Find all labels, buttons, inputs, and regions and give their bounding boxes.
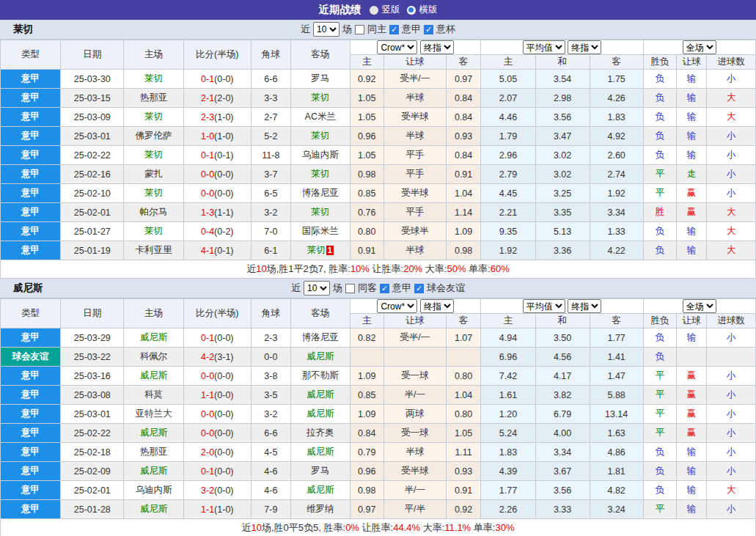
avg-stage-select[interactable]: 终指: [568, 40, 601, 54]
full-score: 4-2: [201, 352, 214, 362]
horizontal-layout-label[interactable]: 横版: [419, 4, 438, 16]
avg-stage-select[interactable]: 终指: [568, 299, 601, 313]
odds-provider-select[interactable]: Crow*: [377, 40, 417, 54]
odds-provider-select[interactable]: Crow*: [377, 299, 417, 313]
matches-count-select[interactable]: 10: [313, 22, 340, 37]
corner-score: 4-6: [251, 481, 290, 500]
near-label: 近: [301, 23, 310, 36]
vertical-layout-radio[interactable]: [370, 6, 378, 15]
home-team: 乌迪内斯: [124, 481, 183, 500]
result-goals: 小: [706, 165, 755, 184]
result-handicap: 输: [677, 70, 707, 89]
half-score: (1-0): [214, 112, 233, 122]
same-home-checkbox[interactable]: [355, 25, 364, 34]
home-odds: 0.97: [350, 500, 383, 519]
result-outcome: 负: [643, 108, 677, 127]
red-card-badge: 1: [326, 246, 334, 255]
summary-segment: 场,胜1平2负7, 胜率:: [267, 263, 351, 274]
home-odds: 1.05: [350, 108, 383, 127]
result-goals: 小: [706, 462, 755, 481]
match-date: 25-02-09: [61, 462, 124, 481]
sub-handicap-result-header: 让球: [677, 314, 707, 328]
result-goals: 小: [706, 443, 755, 462]
half-score: (0-0): [214, 466, 233, 477]
odds-stage-select[interactable]: 终指: [420, 299, 454, 313]
match-score: 0-1(0-0): [183, 462, 251, 481]
serie-a-checkbox[interactable]: [380, 284, 389, 293]
corner-score: 3-2: [251, 405, 290, 424]
result-goals: 大: [706, 222, 755, 241]
result-goals: 大: [706, 89, 755, 108]
same-home-label: 同主: [367, 23, 386, 36]
coppa-italia-checkbox[interactable]: [424, 25, 433, 34]
summary-segment: 20%: [403, 263, 422, 274]
corner-score: 2-3: [251, 328, 290, 348]
half-score: (0-0): [214, 485, 233, 496]
result-handicap: 赢: [677, 386, 707, 405]
home-team: 科佩尔: [124, 348, 183, 367]
result-outcome: 平: [643, 405, 677, 424]
full-score: 0-4: [201, 227, 214, 237]
league-badge: 意甲: [1, 241, 61, 260]
avg-home-odds: 4.94: [481, 328, 535, 348]
scope-select[interactable]: 全场: [683, 40, 716, 54]
table-row: 意甲25-03-29威尼斯0-1(0-0)2-3博洛尼亚0.82受半/一1.07…: [1, 328, 756, 348]
club-friendly-checkbox[interactable]: [414, 284, 424, 293]
vertical-layout-label[interactable]: 竖版: [382, 4, 400, 16]
away-team: 国际米兰: [290, 222, 350, 241]
avg-draw-odds: 3.56: [535, 108, 590, 127]
corner-score: 3-8: [251, 367, 290, 386]
half-score: (0-0): [214, 409, 233, 419]
away-odds: 0.91: [446, 165, 481, 184]
summary-segment: 10: [252, 522, 262, 533]
matches-count-select[interactable]: 10: [304, 281, 330, 295]
avg-away-odds: 1.81: [590, 462, 643, 481]
away-odds: 1.07: [446, 328, 481, 348]
avg-home-odds: 4.46: [481, 108, 535, 127]
page-title: 近期战绩: [319, 3, 362, 17]
handicap-line: 受半/一: [383, 70, 446, 89]
result-outcome: 负: [643, 146, 677, 165]
col-type-header: 类型: [1, 299, 61, 328]
avg-draw-odds: 3.33: [535, 500, 590, 519]
home-odds: 0.82: [350, 328, 383, 348]
same-away-checkbox[interactable]: [345, 284, 355, 293]
match-score: 0-1(0-1): [183, 146, 251, 165]
corner-score: 3-5: [251, 386, 290, 405]
away-odds: 0.93: [446, 127, 481, 146]
match-score: 0-1(0-0): [183, 328, 251, 348]
avg-type-select[interactable]: 平均值: [523, 299, 565, 313]
corner-score: 7-0: [251, 222, 290, 241]
home-odds: 1.09: [350, 367, 383, 386]
away-team: 维罗纳: [290, 500, 350, 519]
home-team: 佛罗伦萨: [124, 127, 183, 146]
sub-avg-draw-header: 和: [535, 55, 590, 70]
horizontal-layout-radio[interactable]: [407, 6, 416, 15]
scope-select[interactable]: 全场: [683, 299, 716, 313]
avg-home-odds: 1.79: [481, 127, 535, 146]
odds-group-header: Crow* 终指: [350, 299, 481, 314]
result-handicap: 赢: [677, 367, 707, 386]
away-odds: 0.84: [446, 89, 481, 108]
serie-a-checkbox[interactable]: [389, 25, 399, 34]
league-badge: 意甲: [1, 146, 61, 165]
result-goals: 小: [706, 386, 755, 405]
result-outcome: 平: [643, 424, 677, 443]
handicap-line: 半/一: [383, 481, 446, 500]
avg-type-select[interactable]: 平均值: [523, 40, 565, 54]
match-date: 25-03-08: [61, 386, 124, 405]
result-goals: 小: [706, 127, 755, 146]
result-goals: 大: [706, 108, 755, 127]
table-row: 意甲25-02-18热那亚2-0(0-0)4-5威尼斯0.79半球1.111.8…: [1, 443, 756, 462]
avg-away-odds: 1.63: [590, 424, 643, 443]
avg-home-odds: 2.07: [481, 89, 535, 108]
home-odds: 0.91: [350, 241, 383, 260]
odds-stage-select[interactable]: 终指: [420, 40, 454, 54]
home-team: 莱切: [124, 184, 183, 203]
league-badge: 意甲: [1, 386, 61, 405]
table-row: 意甲25-02-09威尼斯0-1(0-0)4-6罗马0.96受半球0.934.3…: [1, 462, 756, 481]
handicap-line: 受一球: [383, 367, 446, 386]
home-team: 蒙扎: [124, 165, 183, 184]
full-score: 0-1: [201, 333, 214, 343]
match-date: 25-03-30: [61, 70, 124, 89]
